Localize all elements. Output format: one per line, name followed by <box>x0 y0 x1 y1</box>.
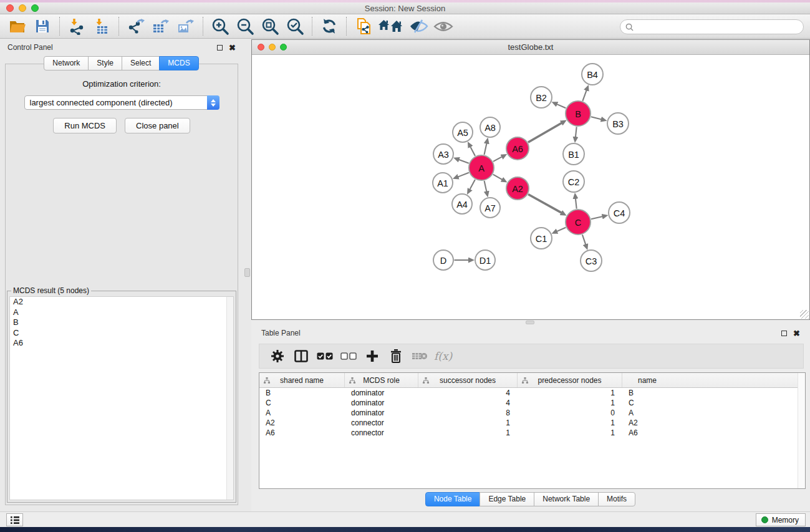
graph-node-B4[interactable]: B4 <box>582 64 603 85</box>
graph-node-C3[interactable]: C3 <box>581 250 602 271</box>
close-panel-icon[interactable]: ✖ <box>793 331 800 336</box>
tab-select[interactable]: Select <box>122 56 160 70</box>
split-view-button[interactable] <box>289 346 313 367</box>
graph-edge-A-A3[interactable] <box>458 160 468 163</box>
main-titlebar[interactable]: Session: New Session <box>0 2 810 14</box>
close-panel-icon[interactable]: ✖ <box>229 45 236 51</box>
graph-edge-A6-B[interactable] <box>528 123 562 142</box>
mcds-result-item[interactable]: A2 <box>10 297 233 307</box>
graph-edge-B-B1[interactable] <box>576 127 577 137</box>
duplicate-network-button[interactable] <box>351 16 376 37</box>
memory-button[interactable]: Memory <box>756 513 806 526</box>
optimization-criterion-select[interactable]: largest connected component (directed) <box>24 95 219 110</box>
graph-node-D1[interactable]: D1 <box>475 250 495 270</box>
delete-table-button[interactable] <box>408 346 432 367</box>
export-table-button[interactable] <box>148 16 173 37</box>
mcds-result-item[interactable]: C <box>10 328 233 339</box>
table-row[interactable]: Adominator80A <box>259 408 805 418</box>
graph-node-A2[interactable]: A2 <box>506 177 529 200</box>
graph-node-B3[interactable]: B3 <box>607 113 629 134</box>
graph-node-D[interactable]: D <box>433 250 453 270</box>
float-panel-icon[interactable] <box>217 45 223 51</box>
table-settings-button[interactable] <box>266 346 289 367</box>
tab-mcds[interactable]: MCDS <box>159 56 198 70</box>
graph-edge-B-B3[interactable] <box>591 117 602 119</box>
graph-edge-A-A5[interactable] <box>470 147 475 156</box>
graph-edge-A-A7[interactable] <box>485 181 487 192</box>
graph-edge-A2-C[interactable] <box>528 194 562 213</box>
graph-edge-A-A8[interactable] <box>485 143 487 155</box>
import-network-button[interactable] <box>64 16 89 37</box>
table-row[interactable]: A6connector11A6 <box>259 428 805 438</box>
toggle-graphics-details-button[interactable] <box>406 16 431 37</box>
graph-edge-C-C3[interactable] <box>582 235 586 244</box>
graph-edge-A-A2[interactable] <box>493 175 503 180</box>
network-graph[interactable]: B4B2BB3A5A8A6A3B1AC2A1A2A4A7C4CC1DD1C3 <box>252 55 809 319</box>
graph-edge-A-A4[interactable] <box>470 180 475 190</box>
table-tab-edge-table[interactable]: Edge Table <box>480 492 534 506</box>
graph-node-C2[interactable]: C2 <box>563 171 584 192</box>
graph-edge-C-C4[interactable] <box>591 216 603 219</box>
open-session-button[interactable] <box>5 16 30 37</box>
import-table-button[interactable] <box>89 16 114 37</box>
table-tab-network-table[interactable]: Network Table <box>534 492 599 506</box>
table-row[interactable]: A2connector11A2 <box>259 418 805 428</box>
graph-node-A[interactable]: A <box>469 155 494 180</box>
graph-node-B1[interactable]: B1 <box>563 143 584 165</box>
export-image-button[interactable] <box>173 16 198 37</box>
mcds-result-item[interactable]: A6 <box>10 338 233 349</box>
zoom-out-button[interactable] <box>233 16 258 37</box>
graph-edge-A-A6[interactable] <box>493 157 502 162</box>
table-scrollbar[interactable] <box>798 373 805 488</box>
zoom-selected-button[interactable] <box>282 16 307 37</box>
graph-node-C[interactable]: C <box>566 210 591 235</box>
mcds-result-item[interactable]: A <box>10 307 233 318</box>
graph-edge-C-C1[interactable] <box>557 228 566 231</box>
graph-node-A5[interactable]: A5 <box>453 122 473 142</box>
close-panel-button[interactable]: Close panel <box>125 118 190 133</box>
graph-node-C4[interactable]: C4 <box>609 202 630 223</box>
column-header-successor-nodes[interactable]: successor nodes <box>418 373 518 387</box>
delete-column-button[interactable] <box>384 346 408 367</box>
graph-node-C1[interactable]: C1 <box>531 228 552 249</box>
node-table[interactable]: shared nameMCDS rolesuccessor nodesprede… <box>259 372 806 489</box>
zoom-in-button[interactable] <box>208 16 233 37</box>
export-network-button[interactable] <box>123 16 148 37</box>
table-row[interactable]: Bdominator41B <box>259 388 805 398</box>
column-header-shared-name[interactable]: shared name <box>259 373 345 387</box>
graph-node-A3[interactable]: A3 <box>433 144 453 164</box>
graph-edge-B-B4[interactable] <box>582 90 586 100</box>
graph-edge-A-A1[interactable] <box>458 173 469 177</box>
function-builder-button[interactable]: f(x) <box>434 350 452 362</box>
graph-node-A4[interactable]: A4 <box>452 194 472 214</box>
table-row[interactable]: Cdominator41C <box>259 398 805 408</box>
divider-handle[interactable] <box>526 321 534 324</box>
graph-node-B[interactable]: B <box>566 101 591 126</box>
table-tab-node-table[interactable]: Node Table <box>425 492 481 506</box>
list-scrollbar[interactable] <box>226 297 233 500</box>
mcds-result-list[interactable]: A2ABCA6 <box>9 296 234 500</box>
tab-network[interactable]: Network <box>44 56 89 70</box>
add-column-button[interactable] <box>360 346 384 367</box>
show-hide-details-button[interactable] <box>431 16 456 37</box>
resize-grip-icon[interactable] <box>800 310 809 319</box>
divider-handle[interactable] <box>244 268 250 277</box>
graph-edge-C-C2[interactable] <box>576 198 577 209</box>
column-header-name[interactable]: name <box>622 373 672 387</box>
task-history-button[interactable] <box>6 513 23 526</box>
mcds-result-item[interactable]: B <box>10 317 233 328</box>
save-session-button[interactable] <box>30 16 55 37</box>
run-mcds-button[interactable]: Run MCDS <box>53 118 117 133</box>
vertical-split-divider[interactable] <box>243 39 251 511</box>
graph-edge-B-B2[interactable] <box>557 104 566 108</box>
graph-node-A1[interactable]: A1 <box>433 173 453 193</box>
horizontal-split-divider[interactable] <box>251 320 810 325</box>
zoom-fit-button[interactable] <box>258 16 282 37</box>
column-header-mcds-role[interactable]: MCDS role <box>345 373 418 387</box>
table-tab-motifs[interactable]: Motifs <box>598 492 635 506</box>
search-input[interactable] <box>636 22 803 31</box>
select-all-columns-button[interactable] <box>313 346 337 367</box>
refresh-view-button[interactable] <box>317 16 342 37</box>
graph-node-A7[interactable]: A7 <box>480 198 500 218</box>
network-canvas[interactable]: B4B2BB3A5A8A6A3B1AC2A1A2A4A7C4CC1DD1C3 <box>252 55 809 319</box>
